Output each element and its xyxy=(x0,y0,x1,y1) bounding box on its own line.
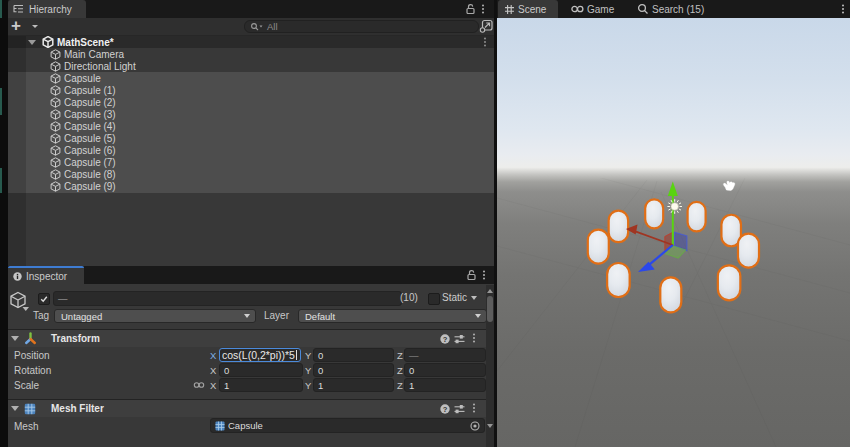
hierarchy-search-field[interactable]: All xyxy=(244,20,479,33)
scrollbar-down-icon[interactable] xyxy=(487,424,493,428)
axis-label-rotation-y[interactable]: Y xyxy=(305,365,311,376)
scrollbar-thumb[interactable] xyxy=(487,296,493,322)
tab-inspector[interactable]: Inspector xyxy=(8,266,84,284)
gameobject-cube-icon xyxy=(50,169,61,180)
axis-label-rotation-x[interactable]: X xyxy=(210,365,216,376)
hierarchy-item-capsule-9[interactable]: Capsule (9) xyxy=(8,181,494,193)
transform-help-icon[interactable]: ? xyxy=(440,334,450,344)
svg-text:?: ? xyxy=(443,405,448,414)
gameobject-cube-icon xyxy=(50,49,61,60)
axis-label-position-x[interactable]: X xyxy=(210,350,216,361)
meshfilter-menu-icon[interactable] xyxy=(472,403,476,414)
hierarchy-item-capsule-1[interactable]: Capsule (1) xyxy=(8,84,494,96)
object-picker-icon[interactable] xyxy=(470,421,480,431)
tag-dropdown[interactable]: Untagged xyxy=(54,309,256,323)
create-button[interactable]: + xyxy=(11,18,21,33)
transform-menu-icon[interactable] xyxy=(472,333,476,344)
transform-position-z-field[interactable]: — xyxy=(404,348,486,362)
transform-position-x-field[interactable]: cos(L(0,2*pi))*5 xyxy=(219,348,301,362)
transform-scale-x-field[interactable]: 1 xyxy=(219,378,303,392)
axis-label-position-z[interactable]: Z xyxy=(397,350,403,361)
axis-label-scale-z[interactable]: Z xyxy=(397,380,403,391)
mesh-object-field[interactable]: Capsule xyxy=(210,418,485,433)
inspector-scrollbar[interactable] xyxy=(486,285,494,447)
hierarchy-item-label: Capsule xyxy=(64,73,101,84)
inspector-panel: Inspector — (10) Static Tag Untagged Lay xyxy=(8,266,494,447)
layer-dropdown[interactable]: Default xyxy=(298,309,487,323)
scene-foldout-icon[interactable] xyxy=(28,40,36,45)
transform-scale-z-field[interactable]: 1 xyxy=(404,378,486,392)
active-checkbox[interactable] xyxy=(38,293,50,305)
hierarchy-item-capsule-4[interactable]: Capsule (4) xyxy=(8,120,494,132)
transform-rotation-x-field[interactable]: 0 xyxy=(219,363,303,377)
search-placeholder: All xyxy=(267,21,278,32)
transform-presets-icon[interactable] xyxy=(454,334,465,344)
gameobject-icon[interactable] xyxy=(9,291,33,314)
hierarchy-item-label: Capsule (7) xyxy=(64,157,116,168)
transform-scale-y-field[interactable]: 1 xyxy=(313,378,394,392)
scene-row-menu-icon[interactable] xyxy=(483,37,487,48)
hierarchy-item-capsule[interactable]: Capsule xyxy=(8,72,494,84)
inspector-tabbar: Inspector xyxy=(8,266,494,284)
hierarchy-item-capsule-7[interactable]: Capsule (7) xyxy=(8,157,494,169)
static-checkbox[interactable] xyxy=(428,293,440,305)
scene-tabbar: Scene Game Search (15) xyxy=(497,0,850,18)
axis-label-scale-x[interactable]: X xyxy=(210,380,216,391)
scene-menu-icon[interactable] xyxy=(841,4,845,15)
meshfilter-help-icon[interactable]: ? xyxy=(440,404,450,414)
hierarchy-item-capsule-8[interactable]: Capsule (8) xyxy=(8,169,494,181)
scene-header-row[interactable]: MathScene* xyxy=(8,36,494,48)
hierarchy-menu-icon[interactable] xyxy=(481,4,485,15)
desktop-glimpse xyxy=(0,168,2,193)
mesh-label: Mesh xyxy=(14,421,38,432)
scrollbar-up-icon[interactable] xyxy=(487,289,493,293)
hierarchy-item-capsule-2[interactable]: Capsule (2) xyxy=(8,96,494,108)
scene-viewport[interactable] xyxy=(497,18,850,447)
tag-caret-icon xyxy=(244,314,250,318)
static-label: Static xyxy=(442,292,467,304)
unity-scene-icon xyxy=(42,36,54,48)
axis-label-rotation-z[interactable]: Z xyxy=(397,365,403,376)
svg-text:?: ? xyxy=(443,335,448,344)
transform-title: Transform xyxy=(51,333,100,344)
layer-label: Layer xyxy=(264,310,289,322)
hierarchy-item-label: Capsule (4) xyxy=(64,121,116,132)
axis-label-position-y[interactable]: Y xyxy=(305,350,311,361)
scale-link-icon[interactable] xyxy=(193,380,205,390)
meshfilter-presets-icon[interactable] xyxy=(454,404,465,414)
inspector-lock-icon[interactable] xyxy=(466,269,477,281)
hierarchy-item-capsule-6[interactable]: Capsule (6) xyxy=(8,145,494,157)
axis-label-scale-y[interactable]: Y xyxy=(305,380,311,391)
tab-game[interactable]: Game xyxy=(571,0,614,18)
hierarchy-item-label: Capsule (9) xyxy=(64,181,116,192)
hierarchy-gutter xyxy=(8,36,26,266)
name-field[interactable]: — xyxy=(53,291,402,306)
hierarchy-item-main-camera[interactable]: Main Camera xyxy=(8,48,494,60)
transform-foldout-icon[interactable] xyxy=(11,336,19,341)
meshfilter-header[interactable]: Mesh Filter ? xyxy=(8,399,486,417)
desktop-glimpse xyxy=(0,0,2,18)
desktop-glimpse xyxy=(0,88,2,115)
gameobject-cube-icon xyxy=(50,145,61,156)
hierarchy-item-capsule-5[interactable]: Capsule (5) xyxy=(8,133,494,145)
tab-search[interactable]: Search (15) xyxy=(637,0,704,18)
static-caret-icon[interactable] xyxy=(471,296,477,300)
hierarchy-item-directional-light[interactable]: Directional Light xyxy=(8,60,494,72)
scene-panel: Scene Game Search (15) xyxy=(497,0,850,447)
inspector-menu-icon[interactable] xyxy=(482,270,486,281)
transform-position-y-field[interactable]: 0 xyxy=(313,348,394,362)
inspector-tab-label: Inspector xyxy=(26,271,67,282)
lock-icon[interactable] xyxy=(465,3,476,15)
transform-rotation-y-field[interactable]: 0 xyxy=(313,363,394,377)
scene-picking-icon[interactable] xyxy=(479,19,494,34)
tab-scene[interactable]: Scene xyxy=(498,0,558,18)
hierarchy-item-label: Capsule (8) xyxy=(64,169,116,180)
layer-caret-icon xyxy=(475,314,481,318)
transform-header[interactable]: Transform ? xyxy=(8,329,486,347)
create-caret-icon[interactable] xyxy=(32,25,38,28)
mesh-value-icon xyxy=(215,421,225,431)
hierarchy-item-capsule-3[interactable]: Capsule (3) xyxy=(8,108,494,120)
meshfilter-foldout-icon[interactable] xyxy=(11,406,19,411)
info-icon xyxy=(13,272,22,281)
transform-rotation-z-field[interactable]: 0 xyxy=(404,363,486,377)
